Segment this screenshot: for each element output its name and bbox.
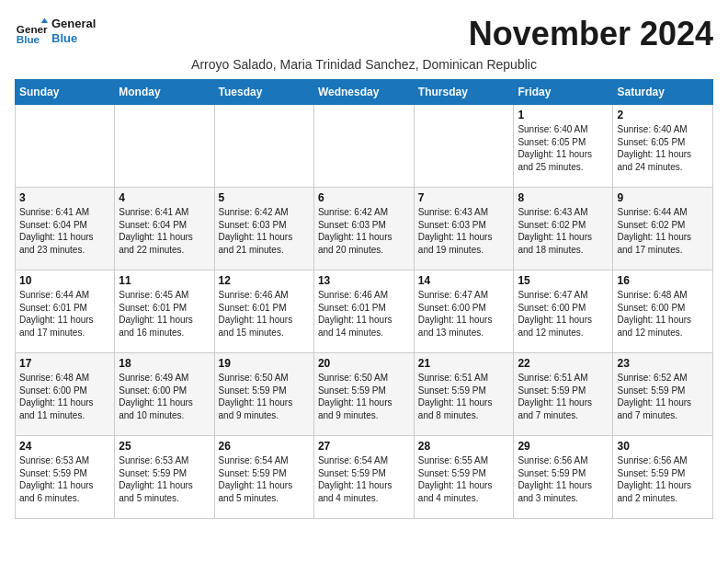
header: General Blue General Blue November 2024	[15, 15, 713, 53]
day-number: 10	[19, 274, 110, 287]
week-row-4: 17Sunrise: 6:48 AM Sunset: 6:00 PM Dayli…	[16, 353, 713, 436]
day-number: 18	[119, 357, 210, 370]
day-info: Sunrise: 6:54 AM Sunset: 5:59 PM Dayligh…	[219, 454, 310, 504]
day-number: 1	[518, 109, 609, 121]
day-info: Sunrise: 6:40 AM Sunset: 6:05 PM Dayligh…	[617, 123, 709, 173]
calendar-cell: 28Sunrise: 6:55 AM Sunset: 5:59 PM Dayli…	[414, 436, 514, 519]
calendar-cell: 29Sunrise: 6:56 AM Sunset: 5:59 PM Dayli…	[514, 436, 613, 519]
calendar-cell: 15Sunrise: 6:47 AM Sunset: 6:00 PM Dayli…	[514, 270, 613, 353]
day-info: Sunrise: 6:42 AM Sunset: 6:03 PM Dayligh…	[219, 206, 310, 256]
day-number: 8	[518, 191, 609, 204]
day-info: Sunrise: 6:51 AM Sunset: 5:59 PM Dayligh…	[518, 372, 609, 421]
calendar-cell: 25Sunrise: 6:53 AM Sunset: 5:59 PM Dayli…	[115, 436, 214, 519]
calendar-cell: 13Sunrise: 6:46 AM Sunset: 6:01 PM Dayli…	[313, 270, 414, 353]
day-info: Sunrise: 6:48 AM Sunset: 6:00 PM Dayligh…	[19, 372, 110, 421]
day-info: Sunrise: 6:50 AM Sunset: 5:59 PM Dayligh…	[219, 372, 310, 421]
day-number: 29	[518, 440, 609, 453]
day-info: Sunrise: 6:42 AM Sunset: 6:03 PM Dayligh…	[318, 206, 410, 256]
weekday-header-saturday: Saturday	[613, 80, 713, 105]
day-number: 26	[219, 440, 310, 453]
calendar-cell	[414, 105, 514, 188]
weekday-header-monday: Monday	[115, 80, 214, 105]
day-number: 2	[617, 109, 709, 121]
calendar-cell: 14Sunrise: 6:47 AM Sunset: 6:00 PM Dayli…	[414, 270, 514, 353]
day-number: 17	[19, 357, 110, 370]
day-number: 25	[119, 440, 210, 453]
weekday-row: SundayMondayTuesdayWednesdayThursdayFrid…	[16, 80, 713, 105]
calendar-cell: 6Sunrise: 6:42 AM Sunset: 6:03 PM Daylig…	[313, 188, 414, 270]
day-info: Sunrise: 6:56 AM Sunset: 5:59 PM Dayligh…	[617, 454, 709, 504]
calendar-cell: 20Sunrise: 6:50 AM Sunset: 5:59 PM Dayli…	[313, 353, 414, 436]
day-number: 15	[518, 274, 609, 287]
calendar-cell	[214, 105, 313, 188]
calendar-cell: 3Sunrise: 6:41 AM Sunset: 6:04 PM Daylig…	[16, 188, 115, 270]
day-number: 3	[19, 191, 110, 204]
day-number: 4	[119, 191, 210, 204]
calendar-cell	[16, 105, 115, 188]
calendar-cell: 22Sunrise: 6:51 AM Sunset: 5:59 PM Dayli…	[514, 353, 613, 436]
calendar-cell: 11Sunrise: 6:45 AM Sunset: 6:01 PM Dayli…	[115, 270, 214, 353]
day-number: 11	[119, 274, 210, 287]
day-number: 6	[318, 191, 410, 204]
week-row-3: 10Sunrise: 6:44 AM Sunset: 6:01 PM Dayli…	[16, 270, 713, 353]
day-number: 22	[518, 357, 609, 370]
day-info: Sunrise: 6:52 AM Sunset: 5:59 PM Dayligh…	[617, 372, 709, 421]
day-info: Sunrise: 6:46 AM Sunset: 6:01 PM Dayligh…	[219, 289, 310, 339]
day-info: Sunrise: 6:56 AM Sunset: 5:59 PM Dayligh…	[518, 454, 609, 504]
calendar-cell: 7Sunrise: 6:43 AM Sunset: 6:03 PM Daylig…	[414, 188, 514, 270]
day-number: 7	[418, 191, 510, 204]
calendar-cell: 1Sunrise: 6:40 AM Sunset: 6:05 PM Daylig…	[514, 105, 613, 188]
svg-text:Blue: Blue	[17, 33, 40, 45]
weekday-header-friday: Friday	[514, 80, 613, 105]
day-info: Sunrise: 6:40 AM Sunset: 6:05 PM Dayligh…	[518, 123, 609, 173]
calendar-cell	[313, 105, 414, 188]
calendar-cell: 24Sunrise: 6:53 AM Sunset: 5:59 PM Dayli…	[16, 436, 115, 519]
day-info: Sunrise: 6:45 AM Sunset: 6:01 PM Dayligh…	[119, 289, 210, 339]
logo-text: General Blue	[51, 17, 96, 45]
day-number: 5	[219, 191, 310, 204]
day-info: Sunrise: 6:44 AM Sunset: 6:01 PM Dayligh…	[19, 289, 110, 339]
day-number: 21	[418, 357, 510, 370]
calendar-cell: 23Sunrise: 6:52 AM Sunset: 5:59 PM Dayli…	[613, 353, 713, 436]
day-info: Sunrise: 6:41 AM Sunset: 6:04 PM Dayligh…	[119, 206, 210, 256]
weekday-header-wednesday: Wednesday	[313, 80, 414, 105]
day-info: Sunrise: 6:46 AM Sunset: 6:01 PM Dayligh…	[318, 289, 410, 339]
day-info: Sunrise: 6:55 AM Sunset: 5:59 PM Dayligh…	[418, 454, 510, 504]
week-row-2: 3Sunrise: 6:41 AM Sunset: 6:04 PM Daylig…	[16, 188, 713, 270]
calendar-cell: 27Sunrise: 6:54 AM Sunset: 5:59 PM Dayli…	[313, 436, 414, 519]
day-number: 24	[19, 440, 110, 453]
calendar-cell: 4Sunrise: 6:41 AM Sunset: 6:04 PM Daylig…	[115, 188, 214, 270]
day-info: Sunrise: 6:43 AM Sunset: 6:03 PM Dayligh…	[418, 206, 510, 256]
logo: General Blue General Blue	[15, 15, 96, 48]
day-number: 28	[418, 440, 510, 453]
day-number: 27	[318, 440, 410, 453]
title-area: November 2024	[469, 15, 713, 53]
day-info: Sunrise: 6:54 AM Sunset: 5:59 PM Dayligh…	[318, 454, 410, 504]
day-info: Sunrise: 6:44 AM Sunset: 6:02 PM Dayligh…	[617, 206, 709, 256]
logo-icon: General Blue	[15, 15, 48, 48]
day-info: Sunrise: 6:43 AM Sunset: 6:02 PM Dayligh…	[518, 206, 609, 256]
calendar-cell: 18Sunrise: 6:49 AM Sunset: 6:00 PM Dayli…	[115, 353, 214, 436]
calendar-body: 1Sunrise: 6:40 AM Sunset: 6:05 PM Daylig…	[16, 105, 713, 519]
weekday-header-tuesday: Tuesday	[214, 80, 313, 105]
svg-marker-2	[41, 18, 48, 23]
calendar-cell: 30Sunrise: 6:56 AM Sunset: 5:59 PM Dayli…	[613, 436, 713, 519]
day-number: 13	[318, 274, 410, 287]
day-number: 19	[219, 357, 310, 370]
subtitle: Arroyo Salado, Maria Trinidad Sanchez, D…	[15, 57, 713, 72]
calendar-header: SundayMondayTuesdayWednesdayThursdayFrid…	[16, 80, 713, 105]
calendar-cell	[115, 105, 214, 188]
day-info: Sunrise: 6:47 AM Sunset: 6:00 PM Dayligh…	[518, 289, 609, 339]
day-number: 16	[617, 274, 709, 287]
day-number: 20	[318, 357, 410, 370]
day-info: Sunrise: 6:53 AM Sunset: 5:59 PM Dayligh…	[119, 454, 210, 504]
calendar-cell: 9Sunrise: 6:44 AM Sunset: 6:02 PM Daylig…	[613, 188, 713, 270]
day-number: 12	[219, 274, 310, 287]
day-number: 14	[418, 274, 510, 287]
calendar-table: SundayMondayTuesdayWednesdayThursdayFrid…	[15, 79, 713, 519]
week-row-5: 24Sunrise: 6:53 AM Sunset: 5:59 PM Dayli…	[16, 436, 713, 519]
calendar-cell: 2Sunrise: 6:40 AM Sunset: 6:05 PM Daylig…	[613, 105, 713, 188]
day-info: Sunrise: 6:50 AM Sunset: 5:59 PM Dayligh…	[318, 372, 410, 421]
day-number: 23	[617, 357, 709, 370]
day-info: Sunrise: 6:49 AM Sunset: 6:00 PM Dayligh…	[119, 372, 210, 421]
